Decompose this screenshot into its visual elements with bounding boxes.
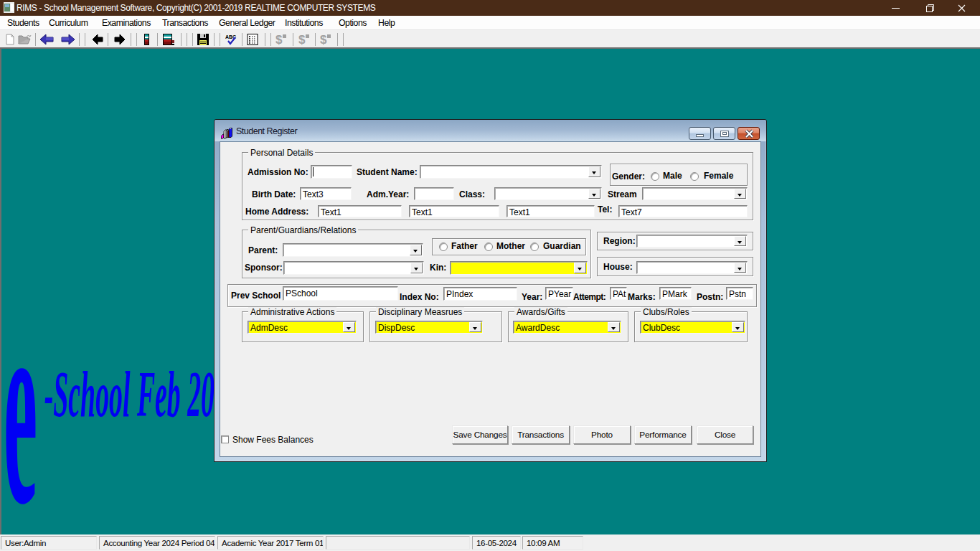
svg-text:e: e: [4, 249, 37, 534]
svg-text:$: $: [298, 34, 306, 45]
svg-text:-School Feb 2019: -School Feb 2019: [44, 358, 242, 430]
svg-text:$: $: [275, 34, 283, 45]
svg-text:$: $: [320, 34, 327, 45]
